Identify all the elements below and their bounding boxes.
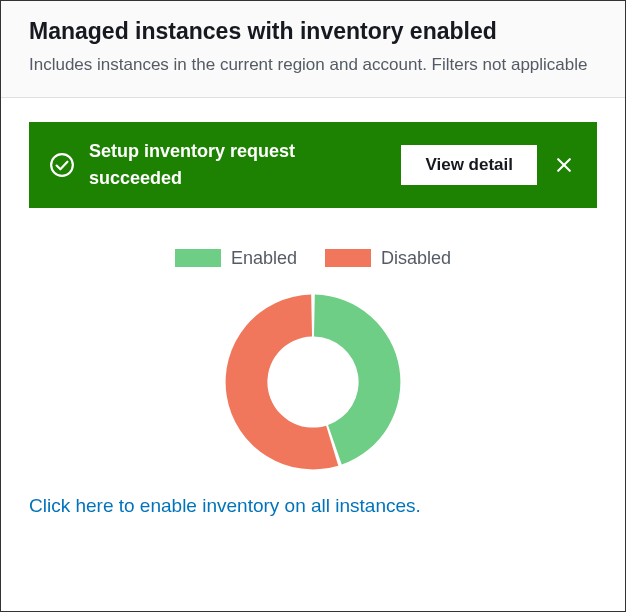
- close-icon[interactable]: [551, 152, 577, 178]
- legend-item-disabled: Disabled: [325, 248, 451, 269]
- legend-swatch-enabled: [175, 249, 221, 267]
- check-circle-icon: [49, 152, 75, 178]
- success-alert: Setup inventory request succeeded View d…: [29, 122, 597, 208]
- legend-swatch-disabled: [325, 249, 371, 267]
- legend-label-disabled: Disabled: [381, 248, 451, 269]
- alert-message: Setup inventory request succeeded: [89, 138, 387, 192]
- view-detail-button[interactable]: View detail: [401, 145, 537, 185]
- panel-body: Setup inventory request succeeded View d…: [1, 98, 625, 611]
- chart-legend: Enabled Disabled: [175, 248, 451, 269]
- panel-title: Managed instances with inventory enabled: [29, 17, 597, 47]
- svg-point-0: [51, 154, 73, 176]
- legend-item-enabled: Enabled: [175, 248, 297, 269]
- donut-chart: [218, 287, 408, 477]
- panel-header: Managed instances with inventory enabled…: [1, 1, 625, 98]
- enable-inventory-link[interactable]: Click here to enable inventory on all in…: [29, 495, 421, 517]
- chart-section: Enabled Disabled Click here to enable in…: [29, 248, 597, 591]
- panel-subtitle: Includes instances in the current region…: [29, 53, 597, 77]
- inventory-panel: Managed instances with inventory enabled…: [0, 0, 626, 612]
- legend-label-enabled: Enabled: [231, 248, 297, 269]
